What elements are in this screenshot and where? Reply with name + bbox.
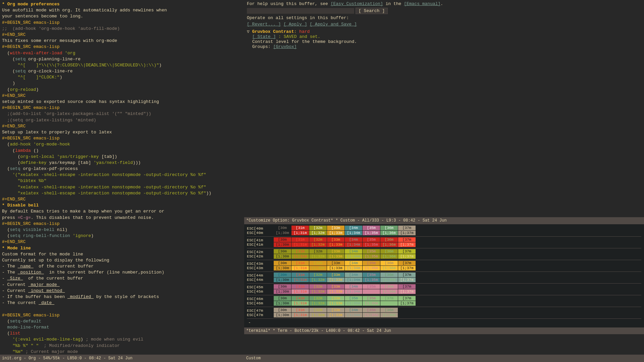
apply-save-button[interactable]: [ Apply and Save ] — [310, 22, 357, 27]
search-input[interactable] — [247, 8, 354, 14]
color-cell: [35m — [363, 226, 380, 230]
revert-button[interactable]: [ Revert... ] — [247, 22, 281, 27]
color-row: [1;30m [1;31m [1;32m [1;33m [1;34m [1;35… — [274, 242, 641, 247]
color-cell: [35m — [363, 284, 380, 289]
state-text: : SAVED and set. — [278, 34, 320, 39]
color-cell: [32m — [309, 284, 327, 289]
divider — [247, 260, 641, 260]
color-cell: [1;30m — [274, 242, 291, 247]
state-label-link[interactable]: [ State ] — [252, 34, 276, 39]
divider — [247, 272, 641, 272]
color-cell: [36m — [380, 273, 398, 277]
color-cell: [31m — [291, 284, 309, 289]
terminal-status-text: *terminal* * Term - Bottom/23k - L400:0 … — [246, 328, 391, 333]
color-cell: [1;33m — [327, 242, 344, 247]
color-cell: [32m — [309, 308, 327, 312]
color-cell: [32m — [309, 261, 327, 265]
esc-label-41m-1: ESC[41m — [247, 238, 274, 242]
esc-label-43m-1: ESC[43m — [247, 261, 274, 266]
color-cell: [34m — [345, 273, 362, 277]
color-cell: [32m — [309, 296, 327, 301]
color-cell: [1;35m — [345, 301, 362, 306]
color-cell: [1;33m — [327, 254, 344, 259]
color-cell: [37m — [398, 249, 416, 254]
color-cell: [30m — [274, 284, 291, 289]
color-cell: [1;34m — [345, 266, 362, 270]
table-row: ESC[47m ESC[47m [30m [31m [32m [33m [34m… — [247, 308, 641, 317]
color-row: [1;30m [1;31m [1;32m [1;33m [1;34m [1;35… — [274, 266, 641, 270]
table-row: ESC[42m ESC[42m [30m [31m [32m [33m [34m… — [247, 249, 641, 259]
color-row: [30m [41m [32m [33m [35m [35m [37m [37m — [274, 296, 641, 301]
color-cell: [1;31m — [291, 254, 309, 259]
color-cell: [35m — [363, 261, 380, 265]
color-cell: [1;32m — [309, 313, 327, 317]
color-cell: [1;37m — [398, 231, 416, 235]
help-line: For help using this buffer, see [Easy Cu… — [247, 1, 641, 6]
color-cell: [1;36m — [380, 254, 398, 259]
operate-line: Operate on all settings in this buffer: — [247, 15, 641, 20]
divider — [247, 283, 641, 284]
table-row: ESC[46m ESC[46m [30m [41m [32m [33m [35m… — [247, 296, 641, 306]
table-row: ESC[40m ESC[40m [30m [31m [32m [33m [34m… — [247, 226, 641, 235]
color-row: [1;30m [1;31m [1;32m [1;33m [1;34m [1;35… — [274, 289, 641, 294]
color-cell: [1;34m — [345, 231, 362, 235]
color-cell: [31m — [291, 261, 309, 265]
color-cell: [1;36m — [380, 266, 398, 270]
easy-customization-link[interactable]: [Easy Customization] — [331, 1, 383, 6]
term-rows: ESC[40m ESC[40m [30m [31m [32m [33m [34m… — [246, 225, 643, 327]
option-value: hard — [299, 29, 310, 34]
color-cell: [30m — [274, 273, 291, 277]
custom-second-status: Custom — [244, 355, 644, 362]
color-cell: [1;35m — [363, 313, 380, 317]
operate-text: Operate on all settings in this buffer: — [247, 15, 349, 20]
search-button[interactable]: [ Search ] — [356, 8, 388, 14]
color-cell: [30m — [274, 249, 291, 254]
terminal-area: ESC[40m ESC[40m [30m [31m [32m [33m [34m… — [244, 224, 644, 355]
color-cell: [1;37m — [398, 278, 416, 282]
color-cell: [1;34m — [345, 313, 362, 317]
left-status-bar: init.org - Org - 54%/55k - L850:0 - 08:4… — [0, 355, 244, 362]
right-pane: For help using this buffer, see [Easy Cu… — [244, 0, 644, 355]
color-cell: [34m — [345, 249, 362, 254]
esc-label-40m-1: ESC[40m — [247, 226, 274, 231]
color-cell: [1;33m — [327, 278, 344, 282]
color-cell: [37m — [398, 296, 416, 301]
color-cell: [1;32m — [309, 278, 327, 282]
color-cell: [34m — [345, 237, 362, 242]
color-cell: [33m — [327, 308, 344, 312]
color-cell: [1;35m — [363, 289, 380, 294]
color-cell: [37m — [398, 273, 416, 277]
esc-label-42m-1: ESC[42m — [247, 250, 274, 254]
color-cell: [1;32m — [309, 231, 327, 235]
color-cell: [1;36m — [380, 301, 398, 306]
color-cell: [37m — [380, 296, 398, 301]
color-cell: [1;30m — [274, 231, 291, 235]
color-cell: [1;35m — [363, 278, 380, 282]
color-cell: [1;33m — [327, 301, 344, 306]
color-cell: [36m — [380, 249, 398, 254]
esc-label-47m-2: ESC[47m — [247, 313, 274, 317]
option-triangle: ▽ — [247, 29, 250, 34]
apply-button[interactable]: [ Apply ] — [283, 22, 307, 27]
color-row: [30m [31m [32m [33m [34m [35m [36m [37m — [274, 261, 641, 265]
color-cell: [31m — [291, 237, 309, 242]
groups-link[interactable]: [Gruvbox] — [273, 44, 297, 49]
color-cell: [1;36m — [380, 289, 398, 294]
color-cell: [1;30m — [274, 289, 291, 294]
action-buttons: [ Revert... ] [ Apply ] [ Apply and Save… — [247, 22, 641, 27]
color-cell: [34m — [345, 308, 362, 312]
color-cell: [35m — [363, 249, 380, 254]
color-cell: [31m — [291, 226, 309, 230]
color-cell: [1;35m — [363, 242, 380, 247]
color-cell: [30m — [274, 226, 291, 230]
table-row: ESC[44m ESC[44m [30m [31m [32m [33m [34m… — [247, 273, 641, 282]
color-cell: [1;31m — [291, 313, 309, 317]
option-header[interactable]: ▽ Gruvbox Contrast: hard — [247, 29, 641, 34]
color-cell: [31m — [291, 273, 309, 277]
color-cell: [1;33m — [327, 231, 344, 235]
color-row: [30m [31m [32m [33m [34m [35m [36m [37m — [274, 249, 641, 254]
option-section: ▽ Gruvbox Contrast: hard [ State ] : SAV… — [247, 29, 641, 49]
color-row-1: [30m [31m [32m [33m [34m [35m [36m [37m — [274, 226, 641, 230]
bottom-status-bars: init.org - Org - 54%/55k - L850:0 - 08:4… — [0, 355, 644, 362]
emacs-manual-link[interactable]: [Emacs manual] — [404, 1, 440, 6]
